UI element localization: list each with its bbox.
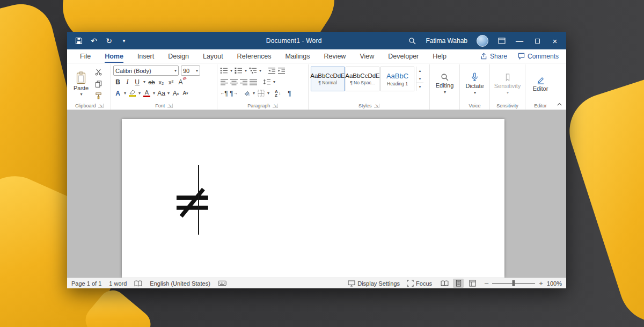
numbering-chevron-icon[interactable]: ▾ bbox=[244, 68, 248, 73]
increase-indent-button[interactable] bbox=[277, 66, 286, 76]
language-indicator[interactable]: English (United States) bbox=[150, 280, 210, 287]
style-card-heading1[interactable]: AaBbC Heading 1 bbox=[380, 67, 414, 91]
bullets-chevron-icon[interactable]: ▾ bbox=[229, 68, 233, 73]
multilevel-list-button[interactable] bbox=[248, 66, 258, 76]
tab-mailings[interactable]: Mailings bbox=[286, 49, 310, 63]
paragraph-dialog-launcher[interactable]: ↘ bbox=[273, 104, 278, 108]
text-effects-button[interactable]: A bbox=[113, 88, 122, 98]
sensitivity-button[interactable]: Sensitivity ▾ bbox=[492, 65, 523, 101]
undo-button[interactable]: ↶ bbox=[90, 35, 98, 47]
word-count[interactable]: 1 word bbox=[109, 280, 127, 287]
numbering-button[interactable] bbox=[234, 66, 243, 76]
read-mode-button[interactable] bbox=[439, 279, 450, 288]
font-color-chevron-icon[interactable]: ▾ bbox=[152, 91, 156, 96]
font-name-select[interactable]: Calibri (Body) ▾ bbox=[113, 66, 179, 76]
underline-button[interactable]: U bbox=[133, 77, 142, 87]
highlight-chevron-icon[interactable]: ▾ bbox=[137, 91, 142, 96]
left-to-right-button[interactable]: ← ¶ bbox=[219, 88, 229, 98]
web-layout-button[interactable] bbox=[467, 279, 478, 288]
zoom-level[interactable]: 100% bbox=[547, 280, 562, 287]
show-formatting-marks-button[interactable]: ¶ bbox=[285, 88, 294, 98]
tab-view[interactable]: View bbox=[360, 49, 374, 63]
print-layout-button[interactable] bbox=[453, 279, 464, 288]
zoom-slider[interactable] bbox=[492, 283, 535, 284]
focus-button[interactable]: Focus bbox=[407, 280, 432, 287]
multilevel-chevron-icon[interactable]: ▾ bbox=[258, 68, 262, 73]
right-to-left-button[interactable]: ¶ → bbox=[229, 88, 238, 98]
copy-button[interactable] bbox=[94, 79, 103, 89]
avatar[interactable] bbox=[477, 35, 488, 47]
underline-chevron-icon[interactable]: ▾ bbox=[142, 79, 147, 84]
line-spacing-button[interactable] bbox=[262, 77, 272, 87]
styles-dialog-launcher[interactable]: ↘ bbox=[374, 104, 379, 108]
tab-references[interactable]: References bbox=[237, 49, 272, 63]
clear-formatting-button[interactable]: A bbox=[176, 77, 185, 87]
clipboard-dialog-launcher[interactable]: ↘ bbox=[98, 104, 104, 108]
keyboard-icon[interactable] bbox=[218, 280, 226, 286]
zoom-slider-thumb[interactable] bbox=[513, 280, 515, 286]
share-button[interactable]: Share bbox=[480, 53, 507, 60]
subscript-button[interactable]: x₂ bbox=[157, 77, 166, 87]
gallery-more-button[interactable]: ▾ bbox=[416, 83, 423, 91]
font-dialog-launcher[interactable]: ↘ bbox=[167, 104, 173, 108]
account-name[interactable]: Fatima Wahab bbox=[426, 37, 467, 45]
search-icon[interactable] bbox=[408, 35, 416, 47]
sort-button[interactable]: A Z ↓ bbox=[273, 88, 282, 98]
justify-button[interactable] bbox=[248, 77, 258, 87]
tab-layout[interactable]: Layout bbox=[203, 49, 223, 63]
tab-review[interactable]: Review bbox=[324, 49, 346, 63]
strikethrough-button[interactable]: ab bbox=[147, 77, 156, 87]
shading-button[interactable] bbox=[242, 88, 251, 98]
gallery-down-button[interactable]: ▾ bbox=[416, 75, 423, 83]
shrink-font-button[interactable]: A ▾ bbox=[181, 88, 190, 98]
document-page[interactable]: ≠ bbox=[122, 119, 504, 278]
redo-button[interactable]: ↻ bbox=[105, 35, 113, 47]
superscript-button[interactable]: x² bbox=[166, 77, 175, 87]
bold-button[interactable]: B bbox=[113, 77, 122, 87]
style-card-no-spacing[interactable]: AaBbCcDdE ¶ No Spac... bbox=[346, 67, 379, 91]
collapse-ribbon-button[interactable] bbox=[555, 100, 564, 108]
tab-insert[interactable]: Insert bbox=[137, 49, 154, 63]
font-size-select[interactable]: 90 ▾ bbox=[181, 66, 200, 76]
align-center-button[interactable] bbox=[229, 77, 238, 87]
display-settings-button[interactable]: Display Settings bbox=[348, 280, 400, 287]
bullets-button[interactable] bbox=[219, 66, 229, 76]
document-area[interactable]: ≠ bbox=[67, 110, 566, 278]
maximize-button[interactable] bbox=[533, 35, 541, 47]
tab-file[interactable]: File bbox=[80, 49, 91, 63]
style-card-normal[interactable]: AaBbCcDdE ¶ Normal bbox=[311, 67, 345, 91]
tab-help[interactable]: Help bbox=[433, 49, 447, 63]
change-case-button[interactable]: Aa bbox=[157, 88, 166, 98]
tab-developer[interactable]: Developer bbox=[388, 49, 419, 63]
italic-button[interactable]: I bbox=[123, 77, 132, 87]
minimize-button[interactable]: — bbox=[515, 35, 524, 47]
tab-design[interactable]: Design bbox=[168, 49, 189, 63]
align-left-button[interactable] bbox=[219, 77, 229, 87]
gallery-up-button[interactable]: ▴ bbox=[416, 67, 423, 75]
editor-button[interactable]: Editor bbox=[528, 65, 553, 101]
borders-button[interactable] bbox=[257, 88, 266, 98]
font-color-button[interactable]: A bbox=[142, 88, 151, 98]
shading-chevron-icon[interactable]: ▾ bbox=[252, 91, 256, 96]
tab-home[interactable]: Home bbox=[105, 49, 123, 63]
editing-button[interactable]: Editing ▾ bbox=[432, 65, 457, 101]
proofing-icon[interactable] bbox=[134, 280, 142, 287]
zoom-out-button[interactable]: – bbox=[485, 279, 488, 287]
grow-font-button[interactable]: A ▴ bbox=[171, 88, 180, 98]
comments-button[interactable]: Comments bbox=[518, 53, 559, 60]
highlight-color-button[interactable] bbox=[128, 88, 137, 98]
dictate-button[interactable]: Dictate ▾ bbox=[462, 65, 487, 101]
paste-button[interactable]: Paste ▾ bbox=[70, 66, 92, 101]
page-indicator[interactable]: Page 1 of 1 bbox=[71, 280, 101, 287]
line-spacing-chevron-icon[interactable]: ▾ bbox=[272, 79, 276, 84]
customize-qat-button[interactable]: ▾ bbox=[120, 35, 128, 47]
align-right-button[interactable] bbox=[239, 77, 248, 87]
ribbon-display-options-icon[interactable] bbox=[497, 35, 506, 47]
zoom-in-button[interactable]: + bbox=[539, 279, 543, 287]
text-effects-chevron-icon[interactable]: ▾ bbox=[123, 91, 127, 96]
cut-button[interactable] bbox=[94, 67, 103, 77]
change-case-chevron-icon[interactable]: ▾ bbox=[166, 91, 171, 96]
close-button[interactable]: × bbox=[551, 35, 559, 47]
borders-chevron-icon[interactable]: ▾ bbox=[266, 91, 270, 96]
format-painter-button[interactable] bbox=[94, 91, 103, 101]
